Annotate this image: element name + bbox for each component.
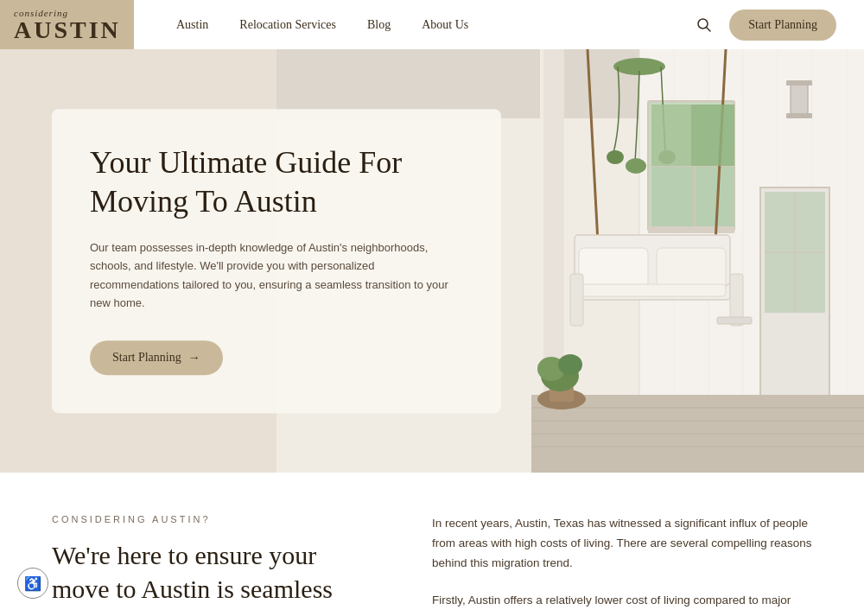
svg-point-48 xyxy=(607,150,624,164)
nav-item-blog[interactable]: Blog xyxy=(367,18,391,32)
svg-rect-33 xyxy=(717,317,752,324)
svg-rect-51 xyxy=(651,105,691,166)
bottom-para-1: In recent years, Austin, Texas has witne… xyxy=(432,514,812,574)
hero-title: Your Ultimate Guide For Moving To Austin xyxy=(90,143,463,221)
svg-rect-30 xyxy=(579,284,726,296)
svg-rect-46 xyxy=(786,113,812,118)
svg-rect-44 xyxy=(791,84,808,114)
logo[interactable]: considering AUSTIN xyxy=(0,0,134,49)
start-planning-nav-button[interactable]: Start Planning xyxy=(729,10,836,41)
nav-item-austin[interactable]: Austin xyxy=(176,18,208,32)
search-icon xyxy=(696,17,712,33)
nav-right: Start Planning xyxy=(693,10,836,41)
svg-line-1 xyxy=(707,27,711,31)
svg-rect-52 xyxy=(691,105,734,166)
navbar: considering AUSTIN Austin Relocation Ser… xyxy=(0,0,864,49)
hero-description: Our team possesses in-depth knowledge of… xyxy=(90,238,463,313)
bottom-right: In recent years, Austin, Texas has witne… xyxy=(432,514,812,616)
eyebrow-label: CONSIDERING AUSTIN? xyxy=(52,514,380,524)
hero-section: Your Ultimate Guide For Moving To Austin… xyxy=(0,49,864,473)
svg-rect-17 xyxy=(648,226,734,233)
nav-item-about[interactable]: About Us xyxy=(422,18,468,32)
nav-links: Austin Relocation Services Blog About Us xyxy=(176,18,468,32)
logo-austin: AUSTIN xyxy=(14,18,121,42)
bottom-para-2: Firstly, Austin offers a relatively lowe… xyxy=(432,591,812,616)
start-planning-label: Start Planning xyxy=(112,351,181,365)
arrow-icon: → xyxy=(188,351,200,365)
accessibility-button[interactable]: ♿ xyxy=(17,568,48,599)
svg-point-49 xyxy=(626,158,646,174)
bottom-section: CONSIDERING AUSTIN? We're here to ensure… xyxy=(0,473,864,616)
start-planning-hero-button[interactable]: Start Planning → xyxy=(90,340,223,375)
nav-item-relocation[interactable]: Relocation Services xyxy=(239,18,336,32)
svg-rect-31 xyxy=(570,274,583,326)
hero-card: Your Ultimate Guide For Moving To Austin… xyxy=(52,109,501,413)
bottom-heading: We're here to ensure your move to Austin… xyxy=(52,538,380,606)
accessibility-icon: ♿ xyxy=(24,575,41,592)
svg-point-43 xyxy=(558,354,582,375)
svg-rect-45 xyxy=(786,80,812,86)
bottom-left: CONSIDERING AUSTIN? We're here to ensure… xyxy=(52,514,380,616)
search-button[interactable] xyxy=(693,14,715,36)
